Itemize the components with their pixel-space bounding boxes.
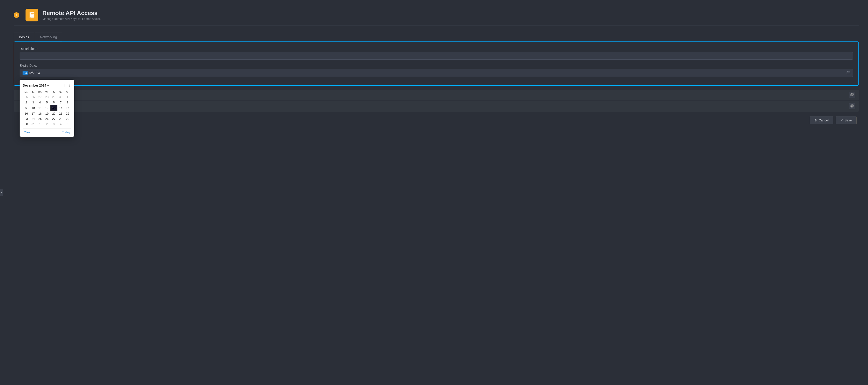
calendar-day[interactable]: 29 xyxy=(50,94,57,100)
calendar-day[interactable]: 23 xyxy=(23,116,30,121)
calendar-day[interactable]: 3 xyxy=(30,100,36,105)
calendar-day[interactable]: 19 xyxy=(43,111,50,116)
svg-rect-13 xyxy=(851,104,854,107)
expiry-label: Expiry Date: xyxy=(20,64,853,67)
calendar-day[interactable]: 1 xyxy=(37,121,43,127)
svg-rect-11 xyxy=(851,93,854,95)
calendar-next-button[interactable]: ↓ xyxy=(67,83,71,88)
dropdown-arrow-icon: ▾ xyxy=(47,84,49,87)
calendar-today-button[interactable]: Today xyxy=(61,130,71,134)
calendar-day[interactable]: 31 xyxy=(30,121,36,127)
calendar-prev-button[interactable]: ↑ xyxy=(63,83,66,88)
calendar-day[interactable]: 6 xyxy=(50,100,57,105)
calendar-clear-button[interactable]: Clear xyxy=(23,130,32,134)
calendar-day[interactable]: 22 xyxy=(64,111,71,116)
svg-rect-12 xyxy=(851,105,853,107)
svg-rect-7 xyxy=(847,71,848,72)
sidebar-toggle-button[interactable]: › xyxy=(0,189,3,196)
date-display[interactable]: 13/12/2024 xyxy=(20,69,853,77)
page-icon xyxy=(26,9,38,22)
calendar-day[interactable]: 25 xyxy=(23,94,30,100)
calendar-footer: Clear Today xyxy=(23,128,71,134)
calendar-day[interactable]: 8 xyxy=(64,100,71,105)
calendar-day[interactable]: 30 xyxy=(23,121,30,127)
plus-icon: + xyxy=(15,13,17,17)
add-button[interactable]: + xyxy=(14,12,19,18)
page-header: + Remote API Access Manage Remote API Ke… xyxy=(14,5,859,26)
api-key-row-2 xyxy=(14,101,859,111)
calendar-day[interactable]: 10 xyxy=(30,105,36,111)
calendar-week-row: 16171819202122 xyxy=(23,111,71,116)
calendar-day[interactable]: 24 xyxy=(30,116,36,121)
page-title-group: Remote API Access Manage Remote API Keys… xyxy=(42,9,101,21)
calendar-day[interactable]: 2 xyxy=(43,121,50,127)
calendar-day[interactable]: 15 xyxy=(64,105,71,111)
calendar-weekday: Sa xyxy=(57,90,64,94)
form-footer: ⊘ Cancel ✓ Save xyxy=(14,116,859,124)
calendar-day[interactable]: 2 xyxy=(23,100,30,105)
save-button[interactable]: ✓ Save xyxy=(836,116,857,124)
calendar-day[interactable]: 17 xyxy=(30,111,36,116)
calendar-day[interactable]: 27 xyxy=(50,116,57,121)
calendar-day[interactable]: 26 xyxy=(43,116,50,121)
tab-networking[interactable]: Networking xyxy=(35,33,62,41)
copy-button-1[interactable] xyxy=(849,92,855,98)
calendar-day[interactable]: 21 xyxy=(57,111,64,116)
calendar-day[interactable]: 4 xyxy=(57,121,64,127)
date-input-wrapper: 13/12/2024 December 2024 ▾ xyxy=(20,69,853,77)
save-label: Save xyxy=(844,119,852,122)
calendar-day[interactable]: 18 xyxy=(37,111,43,116)
calendar-weekday: Su xyxy=(64,90,71,94)
svg-rect-10 xyxy=(851,94,853,96)
calendar-weekday: We xyxy=(37,90,43,94)
calendar-day[interactable]: 16 xyxy=(23,111,30,116)
calendar-weekday: Tu xyxy=(30,90,36,94)
calendar-day[interactable]: 5 xyxy=(64,121,71,127)
svg-rect-3 xyxy=(31,13,34,14)
required-indicator: * xyxy=(36,47,38,51)
description-input[interactable] xyxy=(20,52,853,60)
calendar-day[interactable]: 29 xyxy=(64,116,71,121)
calendar-day[interactable]: 12 xyxy=(43,105,50,111)
calendar-day[interactable]: 4 xyxy=(37,100,43,105)
page-subtitle: Manage Remote API Keys for Loome Assist. xyxy=(42,17,101,21)
calendar-day[interactable]: 13 xyxy=(50,105,57,111)
copy-button-2[interactable] xyxy=(849,103,855,109)
calendar-week-row: 23242526272829 xyxy=(23,116,71,121)
calendar-header: December 2024 ▾ ↑ ↓ xyxy=(23,83,71,88)
calendar-month-label[interactable]: December 2024 ▾ xyxy=(23,84,49,87)
date-day-highlighted: 13 xyxy=(23,71,28,75)
calendar-weekdays-row: MoTuWeThFrSaSu xyxy=(23,90,71,94)
api-key-row xyxy=(14,90,859,100)
save-icon: ✓ xyxy=(840,119,843,122)
calendar-day[interactable]: 11 xyxy=(37,105,43,111)
calendar-day[interactable]: 27 xyxy=(37,94,43,100)
calendar-week-row: 303112345 xyxy=(23,121,71,127)
calendar-week-row: 2345678 xyxy=(23,100,71,105)
calendar-day[interactable]: 9 xyxy=(23,105,30,111)
calendar-day[interactable]: 28 xyxy=(57,116,64,121)
calendar-day[interactable]: 5 xyxy=(43,100,50,105)
calendar-day[interactable]: 28 xyxy=(43,94,50,100)
expiry-date-field: Expiry Date: 13/12/2024 xyxy=(20,64,853,77)
calendar-day[interactable]: 3 xyxy=(50,121,57,127)
calendar-day[interactable]: 1 xyxy=(64,94,71,100)
tab-basics[interactable]: Basics xyxy=(14,33,34,41)
chevron-right-icon: › xyxy=(1,191,2,194)
api-keys-section xyxy=(14,90,859,111)
calendar-day[interactable]: 7 xyxy=(57,100,64,105)
calendar-icon-button[interactable] xyxy=(846,70,851,76)
calendar-grid: MoTuWeThFrSaSu 2526272829301234567891011… xyxy=(23,90,71,127)
calendar-day[interactable]: 25 xyxy=(37,116,43,121)
cancel-button[interactable]: ⊘ Cancel xyxy=(810,116,833,124)
main-content: + Remote API Access Manage Remote API Ke… xyxy=(5,0,868,129)
page-title: Remote API Access xyxy=(42,9,101,17)
svg-rect-5 xyxy=(31,16,33,16)
calendar-day[interactable]: 14 xyxy=(57,105,64,111)
calendar-day[interactable]: 30 xyxy=(57,94,64,100)
description-label: Description * xyxy=(20,47,853,51)
calendar-day[interactable]: 20 xyxy=(50,111,57,116)
calendar-weekday: Fr xyxy=(50,90,57,94)
tabs-container: Basics Networking xyxy=(14,33,859,41)
calendar-day[interactable]: 26 xyxy=(30,94,36,100)
